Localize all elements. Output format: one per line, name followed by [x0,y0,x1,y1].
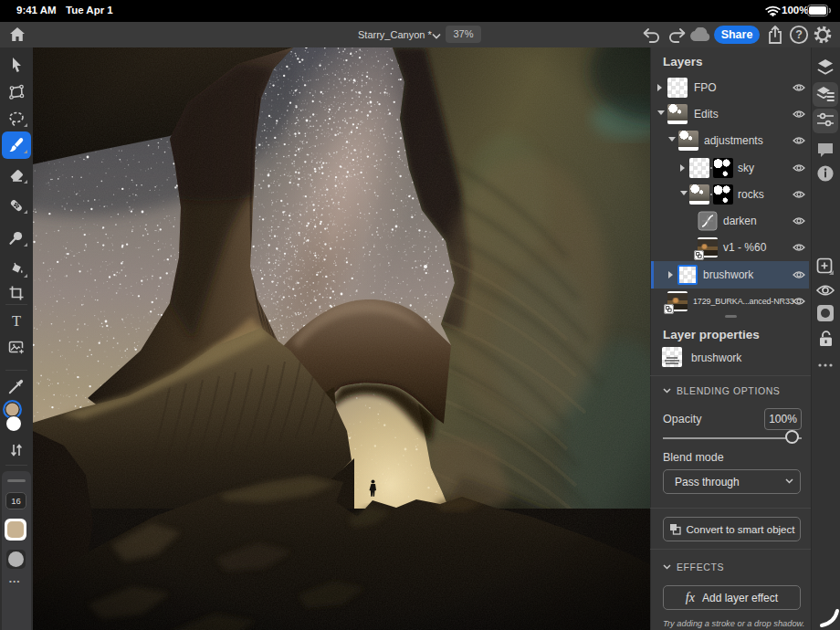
svg-text:?: ? [795,28,803,41]
svg-text:T: T [12,312,21,329]
